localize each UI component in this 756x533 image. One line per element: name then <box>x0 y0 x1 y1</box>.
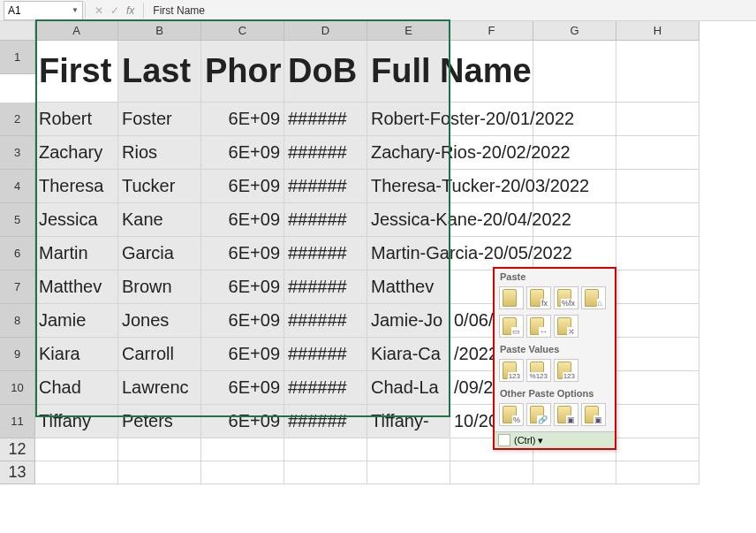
cell[interactable]: 6E+09 <box>201 371 284 405</box>
row-header[interactable]: 11 <box>0 405 35 438</box>
cell[interactable]: Jones <box>118 304 201 338</box>
cell[interactable]: ###### <box>284 371 367 405</box>
cell[interactable]: ###### <box>284 136 367 170</box>
cell[interactable]: Tiffany- <box>367 405 450 438</box>
row-header[interactable]: 8 <box>0 304 35 338</box>
cell[interactable]: Lawrenc <box>118 371 201 405</box>
name-box[interactable]: A1 ▼ <box>4 1 83 20</box>
cell[interactable]: ###### <box>284 405 367 438</box>
paste-values-button[interactable]: 123 <box>499 359 524 382</box>
cell[interactable] <box>616 304 699 338</box>
cell[interactable]: Last <box>118 41 201 103</box>
cell[interactable] <box>616 170 699 203</box>
cell[interactable] <box>616 41 699 103</box>
cell[interactable] <box>616 338 699 371</box>
cell[interactable]: Jessica-Kane-20/04/2022 <box>367 203 450 237</box>
cell[interactable] <box>284 438 367 461</box>
spreadsheet-grid[interactable]: ABCDEFGH1FirstLastPhorDoBFull Name2Rober… <box>0 21 756 484</box>
cell[interactable]: Zachary <box>35 136 118 170</box>
cell[interactable]: Carroll <box>118 338 201 371</box>
paste-button[interactable] <box>499 286 524 309</box>
cell[interactable]: Tucker <box>118 170 201 203</box>
paste-formulas-button[interactable]: fx <box>526 286 551 309</box>
cell[interactable]: Peters <box>118 405 201 438</box>
row-header[interactable]: 3 <box>0 136 35 170</box>
column-header[interactable]: D <box>284 21 367 41</box>
cell[interactable]: Brown <box>118 270 201 304</box>
cell[interactable] <box>533 41 616 103</box>
cell[interactable]: Jamie-Jo <box>367 304 450 338</box>
paste-link-button[interactable]: 🔗 <box>526 403 551 426</box>
row-header[interactable]: 5 <box>0 203 35 237</box>
cell[interactable]: Jamie <box>35 304 118 338</box>
cell[interactable]: ###### <box>284 203 367 237</box>
cell[interactable]: Garcia <box>118 237 201 270</box>
paste-formulas-numfmt-button[interactable]: %fx <box>554 286 578 309</box>
row-header[interactable]: 6 <box>0 237 35 270</box>
cell[interactable]: ###### <box>284 338 367 371</box>
row-header[interactable]: 12 <box>0 438 35 461</box>
chevron-down-icon[interactable]: ▼ <box>72 6 79 14</box>
paste-keep-colwidths-button[interactable]: ↔ <box>526 315 551 338</box>
cell[interactable] <box>35 461 118 484</box>
column-header[interactable]: E <box>367 21 450 41</box>
cell[interactable] <box>616 270 699 304</box>
cell[interactable] <box>367 461 450 484</box>
column-header[interactable]: F <box>450 21 533 41</box>
paste-values-sourcefmt-button[interactable]: 123 <box>554 359 578 382</box>
cell[interactable]: Phor <box>201 41 284 103</box>
cell[interactable]: First <box>35 41 118 103</box>
column-header[interactable]: G <box>533 21 616 41</box>
ctrl-dropdown[interactable]: (Ctrl) ▾ <box>495 431 615 448</box>
cell[interactable]: Zachary-Rios-20/02/2022 <box>367 136 450 170</box>
cell[interactable] <box>616 237 699 270</box>
paste-source-formatting-button[interactable]: ⌂ <box>581 286 606 309</box>
cell[interactable] <box>201 438 284 461</box>
paste-picture-button[interactable]: ▣ <box>554 403 578 426</box>
row-header[interactable]: 13 <box>0 461 35 484</box>
cell[interactable]: 6E+09 <box>201 270 284 304</box>
cell[interactable]: 6E+09 <box>201 237 284 270</box>
cell[interactable]: ###### <box>284 103 367 136</box>
cell[interactable]: Martin-Garcia-20/05/2022 <box>367 237 450 270</box>
cell[interactable] <box>367 438 450 461</box>
paste-linked-picture-button[interactable]: ▣ <box>581 403 606 426</box>
cell[interactable]: Kane <box>118 203 201 237</box>
cell[interactable]: Matthev <box>35 270 118 304</box>
cell[interactable]: Theresa <box>35 170 118 203</box>
select-all-corner[interactable] <box>0 21 35 41</box>
cell[interactable] <box>450 461 533 484</box>
cell[interactable]: 6E+09 <box>201 304 284 338</box>
cell[interactable]: 6E+09 <box>201 203 284 237</box>
column-header[interactable]: H <box>616 21 699 41</box>
cell[interactable] <box>616 405 699 438</box>
cell[interactable]: 6E+09 <box>201 338 284 371</box>
cell[interactable]: 6E+09 <box>201 136 284 170</box>
cell[interactable]: Kiara-Ca <box>367 338 450 371</box>
cell[interactable] <box>35 438 118 461</box>
cell[interactable] <box>616 371 699 405</box>
cell[interactable]: Chad-La <box>367 371 450 405</box>
fx-icon[interactable]: fx <box>126 4 134 17</box>
cell[interactable]: Theresa-Tucker-20/03/2022 <box>367 170 450 203</box>
row-header[interactable]: 10 <box>0 371 35 405</box>
cell[interactable]: ###### <box>284 304 367 338</box>
cell[interactable]: Full Name <box>367 41 450 103</box>
cell[interactable] <box>533 461 616 484</box>
cell[interactable]: Kiara <box>35 338 118 371</box>
cell[interactable] <box>616 103 699 136</box>
cell[interactable] <box>201 461 284 484</box>
paste-values-numfmt-button[interactable]: %123 <box>526 359 551 382</box>
cell[interactable]: Tiffany <box>35 405 118 438</box>
row-header[interactable]: 4 <box>0 170 35 203</box>
paste-options-popup[interactable]: Paste fx %fx ⌂ ▭ ↔ ⤭ Paste Values 123 %1… <box>493 267 616 450</box>
column-header[interactable]: C <box>201 21 284 41</box>
cell[interactable]: 6E+09 <box>201 103 284 136</box>
cell[interactable] <box>118 461 201 484</box>
cell[interactable] <box>616 461 699 484</box>
cell[interactable]: Foster <box>118 103 201 136</box>
cell[interactable]: 6E+09 <box>201 170 284 203</box>
cell[interactable]: ###### <box>284 270 367 304</box>
paste-formatting-button[interactable]: % <box>499 403 524 426</box>
cell[interactable] <box>118 438 201 461</box>
